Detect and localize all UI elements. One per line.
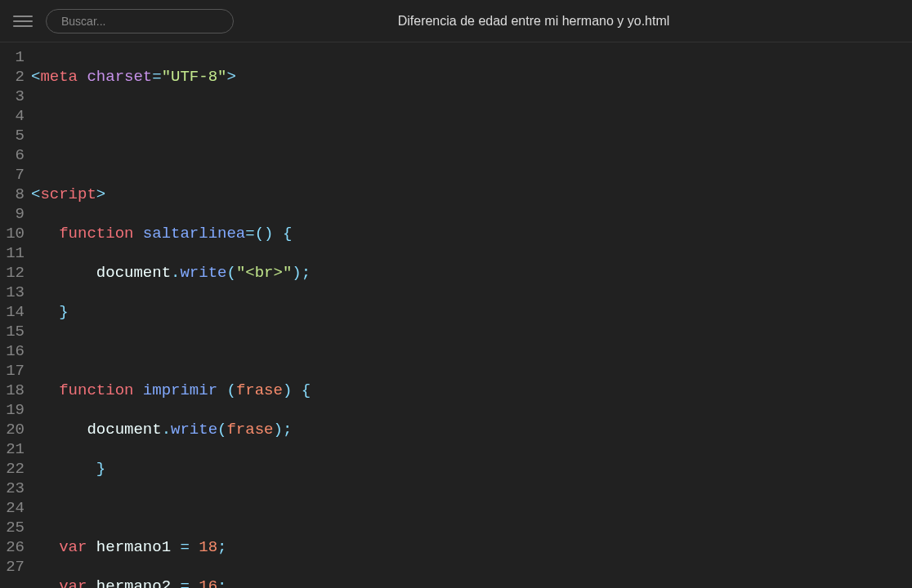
- line-number: 2: [0, 67, 25, 87]
- code-line: function saltarlinea=() {: [31, 224, 912, 243]
- line-number: 27: [0, 557, 25, 577]
- line-number: 15: [0, 322, 25, 341]
- code-line: }: [31, 302, 912, 322]
- line-number: 16: [0, 341, 25, 361]
- line-number: 6: [0, 145, 25, 165]
- search-input[interactable]: [46, 9, 234, 33]
- code-content[interactable]: <meta charset="UTF-8"> <script> function…: [31, 47, 912, 588]
- line-number: 8: [0, 185, 25, 204]
- line-number: 5: [0, 126, 25, 145]
- line-number: 14: [0, 302, 25, 322]
- line-number: 13: [0, 283, 25, 302]
- line-number-gutter: 1 2 3 4 5 6 7 8 9 10 11 12 13 14 15 16 1…: [0, 47, 31, 588]
- line-number: 17: [0, 361, 25, 381]
- line-number: 21: [0, 439, 25, 459]
- line-number: 24: [0, 498, 25, 518]
- line-number: 25: [0, 518, 25, 537]
- line-number: 10: [0, 224, 25, 243]
- code-line: document.write("<br>");: [31, 263, 912, 283]
- code-line: }: [31, 459, 912, 479]
- line-number: 22: [0, 459, 25, 479]
- code-line: var hermano1 = 18;: [31, 537, 912, 557]
- line-number: 7: [0, 165, 25, 185]
- line-number: 18: [0, 381, 25, 400]
- code-line: document.write(frase);: [31, 420, 912, 439]
- line-number: 20: [0, 420, 25, 439]
- code-line: [31, 145, 912, 165]
- code-line: <meta charset="UTF-8">: [31, 67, 912, 87]
- code-line: var hermano2 = 16;: [31, 577, 912, 588]
- code-editor[interactable]: 1 2 3 4 5 6 7 8 9 10 11 12 13 14 15 16 1…: [0, 42, 912, 588]
- line-number: 26: [0, 537, 25, 557]
- file-title: Diferencia de edad entre mi hermano y yo…: [234, 14, 899, 29]
- code-line: [31, 106, 912, 126]
- line-number: 19: [0, 400, 25, 420]
- line-number: 1: [0, 47, 25, 67]
- code-line: [31, 341, 912, 361]
- code-line: [31, 498, 912, 518]
- code-line: <script>: [31, 185, 912, 204]
- line-number: 23: [0, 479, 25, 498]
- line-number: 12: [0, 263, 25, 283]
- line-number: 4: [0, 106, 25, 126]
- line-number: 9: [0, 204, 25, 224]
- header-bar: Diferencia de edad entre mi hermano y yo…: [0, 0, 912, 42]
- code-line: function imprimir (frase) {: [31, 381, 912, 400]
- line-number: 11: [0, 243, 25, 263]
- line-number: 3: [0, 87, 25, 106]
- hamburger-menu-icon[interactable]: [13, 11, 33, 31]
